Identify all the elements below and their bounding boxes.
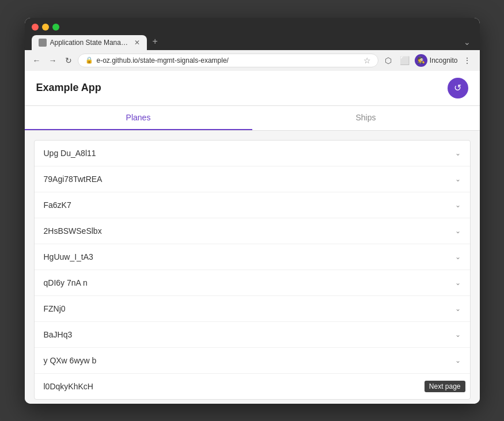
list-item[interactable]: qDI6y 7nA n ⌄: [35, 270, 470, 296]
list-item[interactable]: Upg Du_A8l11 ⌄: [35, 141, 470, 166]
chevron-down-icon: ⌄: [455, 382, 461, 390]
list-item-text: Upg Du_A8l11: [44, 149, 96, 158]
app-header: Example App ↺: [25, 71, 480, 106]
list-item-text: qDI6y 7nA n: [44, 278, 88, 287]
list-item-text: y QXw 6wyw b: [44, 356, 97, 365]
browser-tab-active[interactable]: Application State Manageme… ✕: [32, 35, 147, 50]
chevron-down-icon: ⌄: [455, 175, 461, 183]
incognito-label: Incognito: [430, 56, 458, 65]
new-tab-button[interactable]: +: [148, 36, 162, 50]
chevron-down-icon: ⌄: [455, 227, 461, 235]
browser-titlebar: Application State Manageme… ✕ + ⌄: [25, 18, 480, 50]
toolbar-actions: ⬡ ⬜ 🕵 Incognito ⋮: [382, 54, 474, 67]
bookmark-icon[interactable]: ☆: [363, 56, 371, 65]
incognito-avatar: 🕵: [415, 54, 427, 67]
chevron-down-icon: ⌄: [455, 201, 461, 209]
tabs-nav: Planes Ships: [25, 106, 480, 131]
back-button[interactable]: ←: [31, 55, 43, 66]
incognito-icon: 🕵: [417, 56, 425, 64]
browser-tabs: Application State Manageme… ✕ + ⌄: [32, 35, 473, 50]
chevron-down-icon: ⌄: [455, 253, 461, 261]
list-item[interactable]: FZNj0 ⌄: [35, 296, 470, 322]
chevron-down-icon: ⌄: [455, 305, 461, 313]
list-item[interactable]: Fa6zK7 ⌄: [35, 192, 470, 218]
list-item[interactable]: 79Agi78TwtREA ⌄: [35, 166, 470, 192]
reset-button[interactable]: ↺: [448, 78, 468, 98]
address-bar[interactable]: 🔒 e-oz.github.io/state-mgmt-signals-exam…: [78, 54, 378, 67]
tab-favicon: [39, 39, 47, 47]
chevron-down-icon: ⌄: [455, 356, 461, 365]
list-item-text: HgUuw_I_tA3: [44, 252, 93, 261]
list-item[interactable]: BaJHq3 ⌄: [35, 322, 470, 348]
url-text: e-oz.github.io/state-mgmt-signals-exampl…: [97, 56, 360, 65]
sidebar-toggle-button[interactable]: ⬡: [382, 54, 395, 67]
list-item-text: 79Agi78TwtREA: [44, 175, 103, 184]
reload-button[interactable]: ↻: [63, 55, 74, 66]
chevron-down-icon: ⌄: [455, 331, 461, 339]
list-item-text: 2HsBSWSeSlbx: [44, 226, 102, 236]
tab-planes[interactable]: Planes: [25, 106, 252, 130]
tab-title: Application State Manageme…: [50, 39, 128, 47]
more-button[interactable]: ⋮: [460, 54, 474, 67]
close-traffic-light[interactable]: [32, 24, 39, 31]
tab-ships[interactable]: Ships: [252, 106, 480, 130]
list-item[interactable]: HgUuw_I_tA3 ⌄: [35, 244, 470, 270]
app-content: Example App ↺ Planes Ships Upg Du_A8l11 …: [25, 71, 480, 404]
traffic-lights: [32, 24, 473, 31]
tab-close-button[interactable]: ✕: [134, 39, 140, 47]
chevron-down-icon: ⌄: [455, 149, 461, 157]
app-title: Example App: [36, 82, 101, 94]
list-item-text: BaJHq3: [44, 330, 73, 339]
list-item-text: FZNj0: [44, 304, 66, 313]
screenshot-button[interactable]: ⬜: [397, 54, 412, 67]
forward-button[interactable]: →: [47, 55, 59, 66]
list-item-text: Fa6zK7: [44, 200, 71, 210]
list-item[interactable]: 2HsBSWSeSlbx ⌄: [35, 218, 470, 244]
list-item-text: l0DqkyKhKcH: [44, 382, 93, 391]
minimize-traffic-light[interactable]: [42, 24, 49, 31]
browser-toolbar: ← → ↻ 🔒 e-oz.github.io/state-mgmt-signal…: [25, 50, 480, 71]
browser-window: Application State Manageme… ✕ + ⌄ ← → ↻ …: [25, 18, 480, 404]
list-item-last[interactable]: l0DqkyKhKcH Next page ⌄: [35, 374, 470, 399]
list-item[interactable]: y QXw 6wyw b ⌄: [35, 348, 470, 374]
list-container: Upg Du_A8l11 ⌄ 79Agi78TwtREA ⌄ Fa6zK7 ⌄ …: [34, 140, 471, 400]
maximize-traffic-light[interactable]: [52, 24, 59, 31]
chevron-down-icon: ⌄: [455, 279, 461, 287]
main-content: Upg Du_A8l11 ⌄ 79Agi78TwtREA ⌄ Fa6zK7 ⌄ …: [25, 131, 480, 404]
pagination-row: Items per page: 10 5 25 50 1 – 10 of 189…: [34, 400, 471, 404]
tab-right-button[interactable]: ⌄: [461, 37, 473, 50]
incognito-button[interactable]: 🕵 Incognito: [415, 54, 458, 67]
lock-icon: 🔒: [85, 56, 93, 64]
